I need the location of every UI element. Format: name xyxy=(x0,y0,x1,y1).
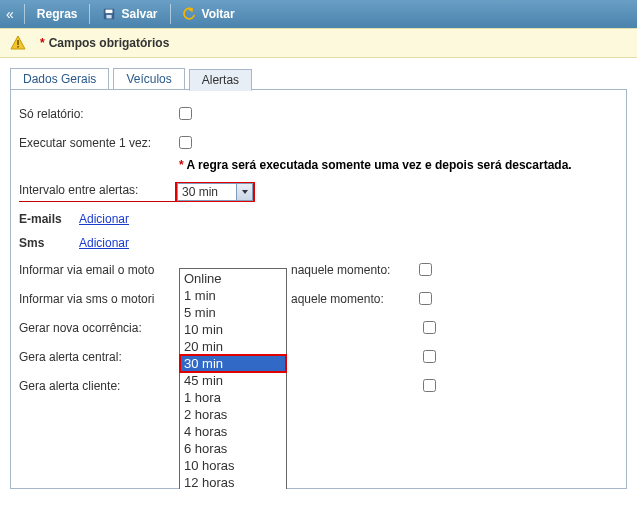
intervalo-dropdown-list[interactable]: Online1 min5 min10 min20 min30 min45 min… xyxy=(179,268,287,489)
dropdown-option[interactable]: 1 min xyxy=(180,287,286,304)
svg-rect-2 xyxy=(107,15,112,19)
tab-alertas[interactable]: Alertas xyxy=(189,69,252,91)
collapse-chevron-icon[interactable]: « xyxy=(4,6,20,22)
svg-rect-4 xyxy=(17,46,19,48)
checkbox-so-relatorio[interactable] xyxy=(179,107,192,120)
label-emails: E-mails xyxy=(19,212,79,226)
row-sms: Sms Adicionar xyxy=(19,236,612,250)
toolbar-separator xyxy=(24,4,25,24)
dropdown-option[interactable]: Online xyxy=(180,270,286,287)
toolbar-separator xyxy=(170,4,171,24)
back-arrow-icon xyxy=(183,7,197,21)
dropdown-option[interactable]: 12 horas xyxy=(180,474,286,489)
voltar-button[interactable]: Voltar xyxy=(175,5,243,23)
label-informar-email-pre: Informar via email o moto xyxy=(19,263,181,277)
row-informar-sms: Informar via sms o motori aquele momento… xyxy=(19,289,612,308)
row-intervalo: Intervalo entre alertas: 30 min xyxy=(19,182,612,202)
infobar-asterisk: * xyxy=(40,36,45,50)
row-gerar-ocorrencia: Gerar nova ocorrência: xyxy=(19,318,612,337)
checkbox-gera-central[interactable] xyxy=(423,350,436,363)
required-fields-infobar: * Campos obrigatórios xyxy=(0,28,637,58)
dropdown-option[interactable]: 10 min xyxy=(180,321,286,338)
tab-veiculos[interactable]: Veículos xyxy=(113,68,184,90)
intervalo-select-highlight: 30 min xyxy=(175,182,255,202)
voltar-label: Voltar xyxy=(202,7,235,21)
row-emails: E-mails Adicionar xyxy=(19,212,612,226)
label-informar-email-post: naquele momento: xyxy=(291,263,403,277)
checkbox-gerar-ocorrencia[interactable] xyxy=(423,321,436,334)
checkbox-informar-sms[interactable] xyxy=(419,292,432,305)
infobar-text: Campos obrigatórios xyxy=(49,36,170,50)
note-text: A regra será executada somente uma vez e… xyxy=(187,158,572,172)
dropdown-option[interactable]: 45 min xyxy=(180,372,286,389)
svg-rect-3 xyxy=(17,40,19,45)
label-sms: Sms xyxy=(19,236,79,250)
row-gera-central: Gera alerta central: xyxy=(19,347,612,366)
row-informar-email: Informar via email o moto naquele moment… xyxy=(19,260,612,279)
dropdown-option[interactable]: 4 horas xyxy=(180,423,286,440)
panel-wrapper: Dados Gerais Veículos Alertas Só relatór… xyxy=(0,58,637,489)
dropdown-option[interactable]: 1 hora xyxy=(180,389,286,406)
dropdown-option[interactable]: 10 horas xyxy=(180,457,286,474)
toolbar-separator xyxy=(89,4,90,24)
tab-dados-gerais[interactable]: Dados Gerais xyxy=(10,68,109,90)
dropdown-option[interactable]: 6 horas xyxy=(180,440,286,457)
save-icon xyxy=(102,7,116,21)
row-so-relatorio: Só relatório: xyxy=(19,104,612,123)
row-executar-1-vez: Executar somente 1 vez: xyxy=(19,133,612,152)
intervalo-select-value[interactable]: 30 min xyxy=(177,183,237,201)
salvar-label: Salvar xyxy=(121,7,157,21)
label-informar-sms-post: aquele momento: xyxy=(291,292,403,306)
dropdown-option[interactable]: 30 min xyxy=(180,355,286,372)
tab-bar: Dados Gerais Veículos Alertas xyxy=(10,68,627,90)
checkbox-executar-1-vez[interactable] xyxy=(179,136,192,149)
row-gera-cliente: Gera alerta cliente: xyxy=(19,376,612,395)
salvar-button[interactable]: Salvar xyxy=(94,5,165,23)
chevron-down-icon xyxy=(241,188,249,196)
note-asterisk: * xyxy=(179,158,184,172)
regras-button[interactable]: Regras xyxy=(29,5,86,23)
emails-adicionar-link[interactable]: Adicionar xyxy=(79,212,129,226)
label-executar-1-vez: Executar somente 1 vez: xyxy=(19,136,175,150)
executar-note: * A regra será executada somente uma vez… xyxy=(179,158,612,172)
checkbox-gera-cliente[interactable] xyxy=(423,379,436,392)
alertas-panel: Só relatório: Executar somente 1 vez: * … xyxy=(10,89,627,489)
dropdown-option[interactable]: 2 horas xyxy=(180,406,286,423)
checkbox-informar-email[interactable] xyxy=(419,263,432,276)
intervalo-select-button[interactable] xyxy=(237,183,253,201)
warning-icon xyxy=(10,35,26,51)
svg-rect-1 xyxy=(106,10,113,14)
label-intervalo: Intervalo entre alertas: xyxy=(19,183,175,202)
sms-adicionar-link[interactable]: Adicionar xyxy=(79,236,129,250)
label-so-relatorio: Só relatório: xyxy=(19,107,175,121)
label-informar-sms-pre: Informar via sms o motori xyxy=(19,292,181,306)
dropdown-option[interactable]: 5 min xyxy=(180,304,286,321)
top-toolbar: « Regras Salvar Voltar xyxy=(0,0,637,28)
regras-label: Regras xyxy=(37,7,78,21)
dropdown-option[interactable]: 20 min xyxy=(180,338,286,355)
